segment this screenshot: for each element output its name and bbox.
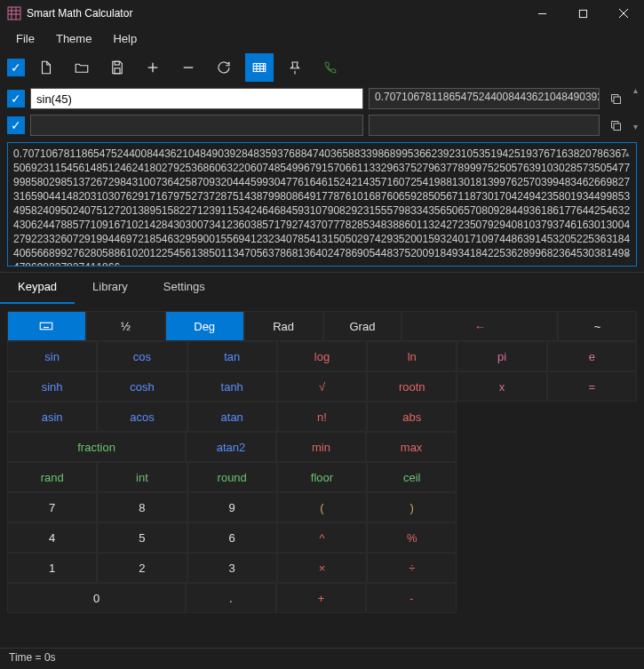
svg-rect-21 [614, 123, 621, 131]
key-3[interactable]: 3 [187, 553, 277, 583]
key-acos[interactable]: acos [97, 402, 187, 432]
key-6[interactable]: 6 [187, 522, 277, 553]
pin-button[interactable] [281, 53, 309, 82]
key-asin[interactable]: asin [7, 402, 97, 432]
menu-help[interactable]: Help [104, 28, 146, 49]
input-row-2: ✓ [0, 112, 633, 139]
maximize-button[interactable] [562, 0, 603, 27]
remove-button[interactable] [174, 53, 203, 82]
tabs: Keypad Library Settings [0, 272, 644, 304]
key-empty [547, 492, 637, 522]
key-e[interactable]: e [547, 341, 637, 371]
key-backspace[interactable]: ← [402, 311, 558, 341]
key-rand[interactable]: rand [7, 462, 97, 492]
result-scroll[interactable]: ▴▾ [625, 147, 634, 262]
key-dot[interactable]: . [186, 583, 276, 613]
key-empty [546, 583, 637, 613]
add-button[interactable] [139, 53, 167, 82]
phone-button[interactable] [316, 53, 345, 82]
key-x[interactable]: x [457, 371, 546, 402]
refresh-button[interactable] [210, 53, 238, 82]
minimize-button[interactable] [521, 0, 562, 27]
key-plus[interactable]: + [276, 583, 367, 613]
key-mod[interactable]: % [367, 522, 457, 553]
copy-button-1[interactable] [605, 88, 626, 109]
key-fraction[interactable]: fraction [7, 432, 186, 462]
new-file-button[interactable] [32, 53, 60, 82]
copy-button-2[interactable] [605, 115, 626, 136]
key-rootn[interactable]: rootn [367, 371, 457, 402]
key-keyboard-icon[interactable] [7, 311, 86, 341]
svg-rect-0 [8, 7, 20, 20]
menu-file[interactable]: File [7, 28, 44, 49]
key-1[interactable]: 1 [7, 553, 97, 583]
svg-rect-22 [41, 323, 53, 330]
key-eq[interactable]: = [547, 371, 637, 402]
key-pow[interactable]: ^ [277, 522, 367, 553]
key-deg[interactable]: Deg [165, 311, 244, 341]
key-cosh[interactable]: cosh [97, 371, 187, 402]
key-mul[interactable]: × [277, 553, 367, 583]
rows-scroll[interactable]: ▴▾ [633, 85, 644, 131]
close-button[interactable] [603, 0, 644, 27]
key-half[interactable]: ½ [86, 311, 165, 341]
key-7[interactable]: 7 [7, 492, 97, 522]
key-int[interactable]: int [97, 462, 187, 492]
key-8[interactable]: 8 [97, 492, 187, 522]
key-empty [457, 432, 547, 462]
key-ln[interactable]: ln [367, 341, 457, 371]
window-title: Smart Math Calculator [27, 7, 521, 20]
key-lparen[interactable]: ( [277, 492, 367, 522]
menu-theme[interactable]: Theme [47, 28, 100, 49]
svg-rect-10 [115, 68, 120, 74]
key-fact[interactable]: n! [277, 402, 367, 432]
key-2[interactable]: 2 [97, 553, 187, 583]
key-grad[interactable]: Grad [323, 311, 402, 341]
key-0[interactable]: 0 [7, 583, 186, 613]
expression-input-1[interactable] [30, 88, 363, 109]
toolbar-check[interactable]: ✓ [7, 59, 25, 76]
tab-library[interactable]: Library [75, 273, 146, 304]
key-round[interactable]: round [187, 462, 277, 492]
key-empty [547, 462, 637, 492]
keypad-toggle-button[interactable] [245, 53, 274, 82]
tab-settings[interactable]: Settings [146, 273, 223, 304]
key-atan[interactable]: atan [187, 402, 277, 432]
key-9[interactable]: 9 [187, 492, 277, 522]
tab-keypad[interactable]: Keypad [0, 273, 75, 304]
row1-checkbox[interactable]: ✓ [7, 90, 25, 108]
save-button[interactable] [103, 53, 131, 82]
row2-checkbox[interactable]: ✓ [7, 116, 25, 134]
svg-rect-20 [614, 97, 621, 104]
open-file-button[interactable] [68, 53, 96, 82]
key-tan[interactable]: tan [187, 341, 277, 371]
key-sinh[interactable]: sinh [7, 371, 97, 402]
key-cos[interactable]: cos [97, 341, 187, 371]
key-rparen[interactable]: ) [367, 492, 457, 522]
key-ceil[interactable]: ceil [367, 462, 457, 492]
expression-input-2[interactable] [30, 115, 363, 136]
key-minus[interactable]: - [366, 583, 457, 613]
statusbar: Time = 0s [0, 648, 644, 669]
key-abs[interactable]: abs [367, 402, 457, 432]
key-rad[interactable]: Rad [244, 311, 323, 341]
key-tanh[interactable]: tanh [187, 371, 277, 402]
key-max[interactable]: max [366, 432, 457, 462]
key-empty [457, 402, 546, 432]
key-empty [547, 402, 637, 432]
key-log[interactable]: log [277, 341, 367, 371]
key-atan2[interactable]: atan2 [186, 432, 276, 462]
key-4[interactable]: 4 [7, 522, 97, 553]
key-sqrt[interactable]: √ [277, 371, 367, 402]
app-icon [7, 6, 21, 20]
key-empty [457, 492, 546, 522]
key-floor[interactable]: floor [277, 462, 367, 492]
key-sin[interactable]: sin [7, 341, 97, 371]
key-empty [457, 583, 547, 613]
key-pi[interactable]: pi [457, 341, 546, 371]
key-5[interactable]: 5 [97, 522, 187, 553]
key-div[interactable]: ÷ [367, 553, 457, 583]
key-min[interactable]: min [276, 432, 367, 462]
key-empty [547, 522, 637, 553]
key-tilde[interactable]: ~ [558, 311, 637, 341]
